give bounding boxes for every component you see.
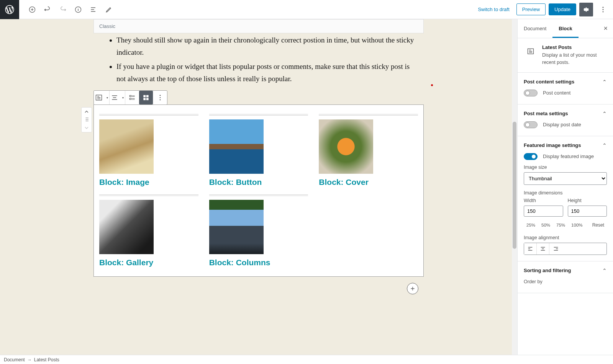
grid-view-button[interactable]: [139, 91, 153, 104]
pct-100-button[interactable]: 100%: [569, 221, 585, 229]
post-title: Block: Cover: [319, 178, 418, 187]
panel-title: Post meta settings: [524, 111, 568, 116]
wordpress-logo-icon[interactable]: [0, 0, 19, 19]
close-sidebar-button[interactable]: ×: [598, 19, 613, 38]
svg-point-12: [160, 95, 161, 96]
breadcrumb-item[interactable]: Latest Posts: [34, 357, 59, 362]
toggle-label: Post content: [543, 90, 570, 96]
cursor-indicator: [431, 84, 433, 86]
pct-50-button[interactable]: 50%: [539, 221, 553, 229]
display-post-date-toggle[interactable]: [524, 121, 538, 128]
scrollbar[interactable]: [512, 19, 517, 355]
display-featured-image-toggle[interactable]: [524, 153, 538, 160]
panel-toggle-featured-image[interactable]: Featured image settings ⌃: [524, 142, 607, 149]
add-block-button[interactable]: [25, 3, 39, 16]
move-down-button[interactable]: [82, 124, 92, 132]
post-card[interactable]: Block: Gallery: [99, 194, 198, 267]
pct-75-button[interactable]: 75%: [554, 221, 568, 229]
more-options-button[interactable]: [596, 3, 610, 16]
settings-sidebar: Document Block × Latest Posts Display a …: [517, 19, 613, 355]
block-more-button[interactable]: [153, 91, 167, 104]
classic-block-header[interactable]: Classic: [93, 19, 424, 33]
height-input[interactable]: [568, 206, 607, 217]
svg-point-3: [603, 9, 604, 10]
svg-rect-9: [146, 95, 149, 98]
edit-button[interactable]: [102, 3, 116, 16]
drag-handle-icon[interactable]: ⠿: [82, 116, 92, 124]
align-center-icon: [540, 246, 546, 252]
align-left-icon: [527, 246, 533, 252]
info-button[interactable]: [71, 3, 85, 16]
undo-button[interactable]: [41, 3, 54, 16]
field-label: Image alignment: [524, 235, 607, 240]
post-thumbnail: [99, 119, 154, 174]
list-item: They should still show up again in their…: [116, 34, 415, 59]
block-type-button[interactable]: ▾: [94, 91, 109, 104]
width-input[interactable]: [524, 206, 563, 217]
editor-canvas[interactable]: Classic They should still show up again …: [0, 19, 517, 355]
align-center-button[interactable]: [537, 243, 549, 255]
plus-icon: [410, 286, 416, 292]
top-toolbar: Switch to draft Preview Update: [0, 0, 613, 19]
undo-icon: [44, 6, 51, 13]
block-movers: ⠿: [81, 107, 92, 132]
field-label: Image size: [524, 165, 607, 170]
field-label: Order by: [524, 279, 607, 284]
tab-document[interactable]: Document: [518, 19, 552, 38]
update-button[interactable]: Update: [549, 3, 576, 15]
breadcrumb-separator-icon: →: [27, 357, 32, 362]
list-outline-icon: [90, 6, 97, 13]
align-left-button[interactable]: [524, 243, 537, 255]
block-toolbar: ▾ ▾: [93, 90, 167, 105]
post-content-toggle[interactable]: [524, 90, 538, 96]
caret-down-icon: ▾: [122, 96, 124, 100]
svg-rect-7: [129, 98, 131, 100]
latest-posts-icon: [524, 44, 538, 58]
preview-button[interactable]: Preview: [516, 3, 546, 15]
block-description: Display a list of your most recent posts…: [542, 52, 607, 66]
chevron-up-icon: ⌃: [602, 268, 607, 274]
switch-to-draft-button[interactable]: Switch to draft: [474, 4, 513, 15]
post-card[interactable]: Block: Columns: [209, 194, 308, 267]
plus-circle-icon: [28, 6, 36, 13]
align-right-button[interactable]: [549, 243, 562, 255]
breadcrumb: Document → Latest Posts: [0, 355, 613, 364]
post-thumbnail: [209, 119, 264, 174]
settings-button[interactable]: [579, 3, 593, 16]
chevron-up-icon: ⌃: [602, 79, 607, 85]
grid-view-icon: [142, 94, 150, 101]
pct-25-button[interactable]: 25%: [524, 221, 538, 229]
post-card[interactable]: Block: Image: [99, 114, 198, 187]
svg-rect-10: [143, 98, 146, 100]
list-item: If you have a plugin or widget that list…: [116, 60, 415, 85]
chevron-up-icon: ⌃: [602, 142, 607, 149]
move-up-button[interactable]: [82, 108, 92, 116]
list-view-button[interactable]: [125, 91, 139, 104]
post-card[interactable]: Block: Button: [209, 114, 308, 187]
panel-toggle-post-content[interactable]: Post content settings ⌃: [524, 79, 607, 85]
align-button[interactable]: ▾: [110, 91, 125, 104]
panel-toggle-post-meta[interactable]: Post meta settings ⌃: [524, 111, 607, 117]
chevron-down-icon: [84, 125, 90, 131]
image-size-select[interactable]: Thumbnail: [524, 172, 607, 185]
panel-toggle-sorting[interactable]: Sorting and filtering ⌃: [524, 268, 607, 274]
panel-title: Sorting and filtering: [524, 268, 571, 273]
outline-button[interactable]: [87, 3, 100, 16]
post-card[interactable]: Block: Cover: [319, 114, 418, 187]
content-list[interactable]: They should still show up again in their…: [93, 33, 424, 90]
align-right-icon: [553, 246, 559, 252]
tab-block[interactable]: Block: [552, 19, 578, 38]
post-title: Block: Image: [99, 178, 198, 187]
insert-block-button[interactable]: [407, 283, 418, 294]
redo-icon: [59, 6, 67, 13]
field-label: Image dimensions: [524, 190, 607, 196]
kebab-icon: [599, 6, 607, 13]
post-title: Block: Columns: [209, 258, 308, 267]
reset-button[interactable]: Reset: [590, 220, 607, 230]
latest-posts-block[interactable]: Block: Image Block: Button Block: Cover: [93, 104, 424, 277]
breadcrumb-item[interactable]: Document: [4, 357, 25, 362]
caret-down-icon: ▾: [107, 96, 108, 100]
redo-button[interactable]: [56, 3, 70, 16]
field-label: Width: [524, 198, 563, 203]
field-label: Height: [568, 198, 607, 203]
